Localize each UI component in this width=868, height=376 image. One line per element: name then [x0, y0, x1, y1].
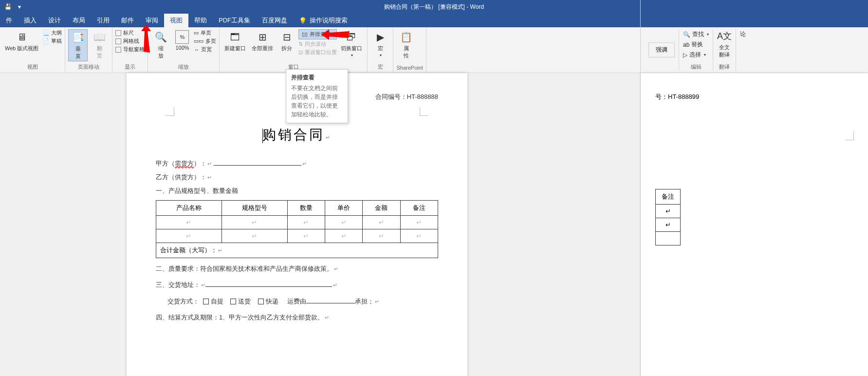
section-3: 三、交货地址：↵↵ — [156, 279, 438, 290]
new-window-button[interactable]: 🗔 新建窗口 — [222, 29, 248, 53]
tab-view[interactable]: 视图 — [164, 14, 188, 27]
th-price: 单价 — [325, 201, 362, 216]
group-show-label: 显示 — [115, 63, 145, 72]
translate-button[interactable]: A文 全文 翻译 — [717, 29, 732, 59]
side-by-side-icon: ▯▯ — [302, 31, 308, 38]
multi-page-button[interactable]: ▭▭多页 — [194, 38, 216, 45]
product-table: 产品名称 规格型号 数量 单价 金额 备注 ↵↵↵↵↵↵ ↵↵↵↵↵↵ 合计金额… — [156, 200, 438, 258]
properties-button[interactable]: 📋 属 性 — [396, 29, 416, 60]
second-window: 强调 🔍查找▾ ab替换 ▷选择▾ 编辑 A文 全文 翻译 翻译 论 号：HT-… — [640, 0, 868, 376]
th-spec: 规格型号 — [222, 201, 287, 216]
th-qty: 数量 — [287, 201, 325, 216]
margin-corner — [845, 132, 854, 140]
zoom-icon: 🔍 — [154, 30, 167, 44]
section-1: 一、产品规格型号、数量金额 — [156, 187, 438, 195]
draft-button[interactable]: 📄草稿 — [42, 38, 62, 45]
tab-references[interactable]: 引用 — [91, 14, 115, 27]
document-title: 购销合同↵ — [156, 126, 438, 144]
tab-pdftools[interactable]: PDF工具集 — [213, 14, 256, 27]
search-icon: 🔍 — [683, 31, 690, 38]
tab-file[interactable]: 件 — [0, 14, 18, 27]
tab-baidupan[interactable]: 百度网盘 — [256, 14, 293, 27]
zoom-100-button[interactable]: % 100% — [172, 29, 192, 52]
annotation-arrow — [321, 27, 351, 42]
product-table-2: 备注 ↵ ↵ — [655, 189, 681, 245]
lun-button[interactable]: 论 — [740, 29, 746, 39]
draft-icon: 📄 — [42, 38, 49, 44]
outline-button[interactable]: 📃大纲 — [42, 29, 62, 37]
split-button[interactable]: ⊟ 拆分 — [277, 29, 296, 53]
checkbox-icon — [115, 47, 121, 53]
margin-corner — [166, 107, 174, 116]
web-layout-icon: 🖥 — [15, 30, 29, 44]
party-b-line: 乙方（供货方）：↵ — [156, 173, 438, 182]
annotation-arrow — [136, 24, 156, 54]
page-2[interactable]: 号：HT-888899 备注 ↵ ↵ — [641, 73, 868, 376]
group-zoom-label: 缩放 — [151, 63, 216, 72]
arrange-all-button[interactable]: ⊞ 全部重排 — [250, 29, 275, 53]
macros-button[interactable]: ▶ 宏 ▾ — [370, 29, 390, 58]
select-button[interactable]: ▷选择▾ — [683, 50, 709, 60]
tell-me[interactable]: 💡 操作说明搜索 — [293, 16, 353, 25]
page-width-icon: ↔ — [194, 47, 199, 53]
macros-icon: ▶ — [373, 30, 387, 44]
checkbox-icon — [115, 30, 121, 36]
document-area-2: 号：HT-888899 备注 ↵ ↵ — [641, 73, 868, 376]
outline-icon: 📃 — [42, 30, 49, 36]
table-row: ↵↵↵↵↵↵ — [156, 216, 438, 229]
tab-help[interactable]: 帮助 — [188, 14, 213, 27]
page-width-button[interactable]: ↔页宽 — [194, 46, 216, 53]
replace-icon: ab — [683, 41, 689, 48]
flip-icon: 📖 — [92, 30, 106, 44]
delivery-line: 交货方式： 自提 送货 快递 运费由承担；↵ — [156, 296, 438, 307]
find-button[interactable]: 🔍查找▾ — [683, 29, 709, 39]
group-macros-label: 宏 — [370, 63, 390, 72]
svg-marker-1 — [321, 29, 350, 40]
th-remark: 备注 — [400, 201, 438, 216]
tab-design[interactable]: 设计 — [42, 14, 67, 27]
style-box[interactable]: 强调 — [648, 42, 675, 57]
tab-insert[interactable]: 插入 — [18, 14, 42, 27]
ribbon-2: 强调 🔍查找▾ ab替换 ▷选择▾ 编辑 A文 全文 翻译 翻译 论 — [641, 27, 868, 73]
tooltip-body: 不要在文档之间前后切换，而是并排查看它们，以便更加轻松地比较。 — [291, 84, 343, 119]
select-icon: ▷ — [683, 52, 687, 58]
vertical-icon: 📑 — [71, 31, 85, 44]
contract-number-2: 号：HT-888899 — [655, 93, 854, 101]
margin-corner — [420, 107, 428, 116]
sync-scroll-icon: ⇅ — [298, 41, 303, 47]
th-name: 产品名称 — [156, 201, 222, 216]
properties-icon: 📋 — [399, 30, 413, 44]
split-icon: ⊟ — [280, 30, 294, 44]
hundred-icon: % — [175, 30, 189, 44]
reset-pos-button: ⊡重设窗口位置 — [298, 49, 337, 56]
window-title: 购销合同（第一稿） [兼容模式] - Word — [384, 3, 484, 11]
tab-layout[interactable]: 布局 — [67, 14, 91, 27]
group-views-label: 视图 — [3, 63, 62, 72]
titlebar-2 — [641, 0, 868, 27]
flip-button[interactable]: 📖 翻 页 — [90, 29, 109, 60]
one-page-button[interactable]: ▭单页 — [194, 29, 216, 37]
one-page-icon: ▭ — [194, 30, 199, 36]
section-4: 四、结算方式及期限：1、甲方一次性向乙方支付全部货款。↵ — [156, 312, 438, 323]
save-icon[interactable]: 💾 — [4, 3, 12, 11]
arrange-all-icon: ⊞ — [256, 30, 269, 44]
th-amount: 金额 — [363, 201, 400, 216]
svg-marker-0 — [141, 24, 151, 53]
vertical-button[interactable]: 📑 垂 直 — [68, 29, 88, 61]
web-layout-button[interactable]: 🖥 Web 版式视图 — [3, 29, 40, 53]
group-sharepoint-label: SharePoint — [396, 65, 423, 72]
checkbox-icon — [115, 38, 121, 44]
tooltip-title: 并排查看 — [291, 74, 343, 82]
qat-dropdown-icon[interactable]: ▾ — [16, 3, 23, 11]
party-a-line: 甲方（需货方）：↵↵ — [156, 159, 438, 168]
translate-icon: A文 — [717, 30, 732, 42]
reset-pos-icon: ⊡ — [298, 49, 303, 56]
replace-button[interactable]: ab替换 — [683, 39, 709, 50]
chevron-down-icon: ▾ — [380, 53, 382, 57]
lightbulb-icon: 💡 — [299, 17, 307, 24]
section-2: 二、质量要求：符合国家相关技术标准和产品生产商保修政策。↵ — [156, 263, 438, 274]
group-pagemove-label: 页面移动 — [68, 63, 109, 72]
group-translate-label: 翻译 — [717, 63, 732, 71]
chevron-down-icon: ▾ — [351, 53, 353, 57]
table-total-row: 合计金额（大写）：↵ — [156, 243, 438, 258]
